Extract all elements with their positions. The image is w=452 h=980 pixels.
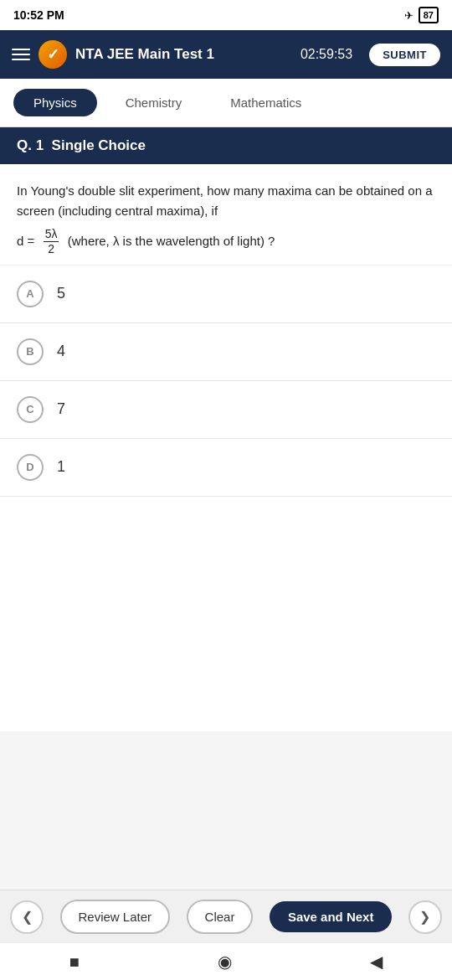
question-type: Single Choice bbox=[52, 137, 146, 153]
option-circle-a: A bbox=[17, 281, 44, 307]
option-circle-c: C bbox=[17, 396, 44, 423]
android-home-icon[interactable]: ◉ bbox=[218, 952, 232, 972]
option-row-b[interactable]: B 4 bbox=[0, 323, 452, 381]
question-text: In Young's double slit experiment, how m… bbox=[17, 181, 435, 221]
option-row-a[interactable]: A 5 bbox=[0, 266, 452, 323]
prev-arrow-icon: ❮ bbox=[22, 909, 33, 925]
option-circle-b: B bbox=[17, 338, 44, 365]
question-body: In Young's double slit experiment, how m… bbox=[0, 164, 452, 266]
status-time: 10:52 PM bbox=[13, 8, 64, 22]
subject-tabs: Physics Chemistry Mathematics bbox=[0, 79, 452, 127]
plane-mode-icon: ✈ bbox=[404, 9, 413, 22]
header-title: NTA JEE Main Test 1 bbox=[75, 46, 292, 63]
submit-button[interactable]: SUBMIT bbox=[369, 44, 440, 66]
option-row-c[interactable]: C 7 bbox=[0, 381, 452, 439]
app-header: NTA JEE Main Test 1 02:59:53 SUBMIT bbox=[0, 30, 452, 79]
question-math: d = 5λ 2 (where, λ is the wavelength of … bbox=[17, 228, 435, 256]
content-spacer bbox=[0, 497, 452, 731]
status-bar: 10:52 PM ✈ 87 bbox=[0, 0, 452, 30]
countdown-timer: 02:59:53 bbox=[300, 47, 352, 62]
android-square-icon[interactable]: ■ bbox=[69, 952, 80, 972]
question-header: Q. 1 Single Choice bbox=[0, 127, 452, 164]
save-next-button[interactable]: Save and Next bbox=[270, 901, 393, 932]
bottom-bar: ❮ Review Later Clear Save and Next ❯ bbox=[0, 890, 452, 943]
review-later-button[interactable]: Review Later bbox=[60, 900, 171, 934]
logo-icon bbox=[39, 40, 67, 69]
next-arrow-icon: ❯ bbox=[419, 909, 430, 925]
tab-mathematics[interactable]: Mathematics bbox=[210, 89, 321, 116]
option-row-d[interactable]: D 1 bbox=[0, 439, 452, 497]
option-circle-d: D bbox=[17, 454, 44, 481]
next-question-button[interactable]: ❯ bbox=[408, 900, 442, 934]
tab-physics[interactable]: Physics bbox=[13, 89, 97, 116]
question-number: Q. 1 bbox=[17, 137, 44, 153]
options-container: A 5 B 4 C 7 D 1 bbox=[0, 266, 452, 497]
tab-chemistry[interactable]: Chemistry bbox=[105, 89, 203, 116]
option-value-a: 5 bbox=[57, 285, 65, 302]
option-value-c: 7 bbox=[57, 400, 65, 418]
android-nav-bar: ■ ◉ ◀ bbox=[0, 943, 452, 980]
status-icons: ✈ 87 bbox=[404, 7, 439, 23]
option-value-b: 4 bbox=[57, 343, 65, 360]
hamburger-menu-icon[interactable] bbox=[12, 49, 30, 60]
prev-question-button[interactable]: ❮ bbox=[10, 900, 44, 934]
option-value-d: 1 bbox=[57, 458, 65, 476]
android-back-icon[interactable]: ◀ bbox=[370, 952, 383, 972]
fraction: 5λ 2 bbox=[44, 228, 59, 256]
battery-icon: 87 bbox=[419, 7, 439, 23]
clear-button[interactable]: Clear bbox=[187, 900, 254, 934]
